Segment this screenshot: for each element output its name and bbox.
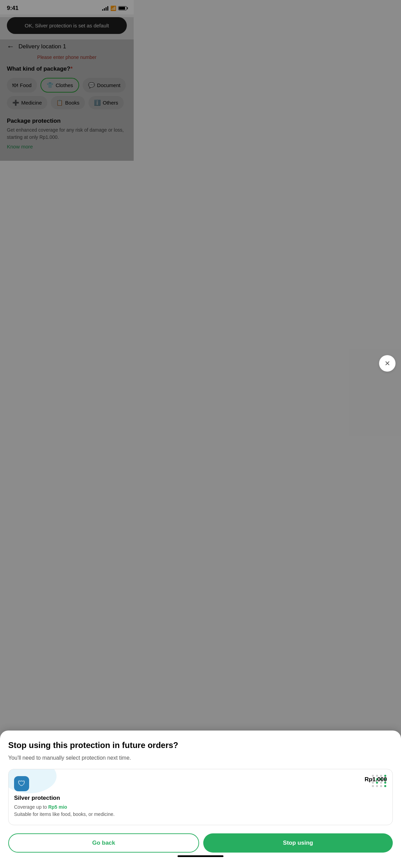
modal-overlay xyxy=(0,0,134,289)
